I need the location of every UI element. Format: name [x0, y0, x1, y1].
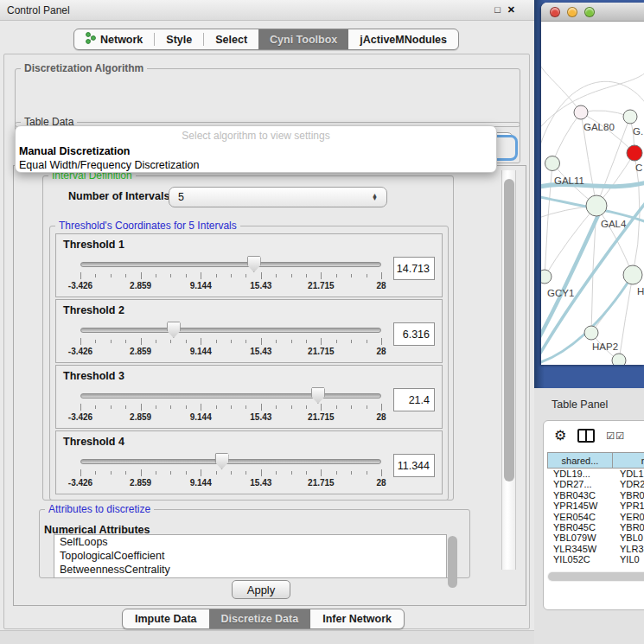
tab-discretize-data[interactable]: Discretize Data	[209, 609, 311, 628]
table-row[interactable]: YPR145WYPR1	[547, 501, 644, 511]
slider-track[interactable]	[80, 328, 381, 333]
apply-button[interactable]: Apply	[232, 580, 290, 599]
float-icon[interactable]: □	[494, 5, 501, 15]
slider-thumb-icon[interactable]	[167, 322, 181, 338]
tick-label: 9.144	[190, 281, 212, 290]
network-canvas[interactable]: GAL80G.CGAL11GAL4GCY1HHAP2	[541, 22, 644, 365]
GAL80-node[interactable]	[574, 105, 588, 119]
tick-label: 2.859	[130, 412, 151, 422]
close-icon[interactable]: ✕	[507, 5, 515, 15]
node-label: HAP2	[592, 341, 618, 352]
tab-cyni-toolbox[interactable]: Cyni Toolbox	[258, 29, 348, 49]
tick-mark	[367, 405, 367, 409]
cell-name: YDR2	[613, 479, 644, 489]
threshold-slider[interactable]: -3.4262.8599.14415.4321.71528	[80, 450, 381, 492]
node-label: GAL80	[583, 122, 615, 132]
red-node[interactable]	[627, 145, 642, 161]
close-traffic-light-icon[interactable]	[550, 7, 560, 17]
table-row[interactable]: YIL052CYIL0	[547, 554, 644, 564]
network-window[interactable]: GAL80G.CGAL11GAL4GCY1HHAP2	[541, 3, 644, 365]
network-edge[interactable]	[545, 206, 596, 277]
threshold-value-field[interactable]: 11.344	[393, 454, 435, 477]
panel-body: Discretization Algorithm Select algorith…	[3, 54, 530, 629]
tick-mark	[141, 338, 142, 345]
column-header-shared[interactable]: shared...	[547, 452, 613, 469]
list-item[interactable]: TopologicalCoefficient	[54, 549, 446, 563]
zoom-traffic-light-icon[interactable]	[584, 7, 595, 17]
dropdown-item[interactable]: Manual Discretization	[16, 144, 496, 158]
slider-thumb-icon[interactable]	[247, 256, 261, 272]
network-edge[interactable]	[541, 56, 581, 112]
list-item[interactable]: BetweennessCentrality	[54, 563, 446, 577]
dropdown-item[interactable]: Equal Width/Frequency Discretization	[16, 158, 496, 172]
GCY1-node[interactable]	[541, 270, 552, 284]
attributes-title: Attributes to discretize	[45, 503, 154, 515]
slider-thumb-icon[interactable]	[215, 453, 229, 469]
minimize-traffic-light-icon[interactable]	[567, 7, 577, 17]
num-intervals-combobox[interactable]: 5 ▲▼	[169, 187, 387, 207]
threshold-value-field[interactable]: 14.713	[393, 257, 435, 280]
threshold-value-field[interactable]: 21.4	[393, 388, 435, 411]
network-edge[interactable]	[552, 112, 581, 163]
network-edge[interactable]	[581, 111, 630, 117]
tab-style[interactable]: Style	[155, 29, 203, 49]
H-node[interactable]	[623, 265, 642, 284]
GAL11-node[interactable]	[545, 156, 560, 171]
tick-label: -3.426	[68, 478, 92, 488]
table-row[interactable]: YBL079WYBL0	[547, 532, 644, 543]
panel-scrollbar[interactable]	[501, 170, 516, 570]
table-row[interactable]: YBR045CYBR0	[547, 522, 644, 532]
threshold-value-field[interactable]: 6.316	[393, 322, 435, 346]
slider-track[interactable]	[80, 459, 381, 464]
numerical-attributes-list[interactable]: SelfLoopsTopologicalCoefficientBetweenne…	[54, 534, 447, 578]
threshold-row: -3.4262.8599.14415.4321.715286.316	[63, 319, 435, 360]
tab-impute-data[interactable]: Impute Data	[123, 609, 209, 628]
tick-mark	[156, 405, 156, 409]
HAP2-node[interactable]	[584, 326, 598, 340]
tick-mark	[367, 471, 367, 475]
table-row[interactable]: YDR27...YDR2	[547, 479, 644, 489]
table-row[interactable]: YBR043CYBR0	[547, 490, 644, 501]
tab-select[interactable]: Select	[204, 29, 258, 49]
tab-infer-network[interactable]: Infer Network	[310, 609, 404, 628]
cell-shared-name: YLR345W	[547, 544, 613, 554]
threshold-slider[interactable]: -3.4262.8599.14415.4321.71528	[80, 319, 381, 360]
slider-tick-labels: -3.4262.8599.14415.4321.71528	[80, 347, 381, 357]
threshold-block: Threshold 3-3.4262.8599.14415.4321.71528…	[55, 365, 443, 429]
checkbox-icons[interactable]: ☑☑	[606, 430, 625, 442]
list-item[interactable]: SelfLoops	[54, 535, 446, 549]
slider-thumb-icon[interactable]	[311, 387, 325, 404]
table-row[interactable]: YLR345WYLR3	[547, 544, 644, 554]
tab-network[interactable]: Network	[74, 29, 154, 49]
threshold-slider[interactable]: -3.4262.8599.14415.4321.71528	[80, 385, 381, 426]
table-row[interactable]: YER054CYER0	[547, 512, 644, 522]
tick-mark	[245, 274, 246, 277]
tab-jactivemnodules[interactable]: jActiveMNodules	[348, 29, 458, 49]
tick-mark	[276, 274, 277, 277]
cell-name: YIL0	[613, 554, 644, 564]
table-row[interactable]: YDL19...YDL1	[547, 469, 644, 479]
attributes-scrollbar[interactable]	[448, 534, 458, 580]
split-columns-icon[interactable]	[577, 429, 595, 443]
gear-icon[interactable]: ⚙	[554, 429, 566, 443]
node-label: GAL4	[601, 219, 627, 229]
table-hscrollbar[interactable]	[547, 571, 644, 582]
slider-track[interactable]	[80, 262, 381, 267]
tick-mark	[80, 338, 81, 345]
tick-mark	[125, 274, 126, 277]
bottom-node[interactable]	[612, 354, 626, 365]
slider-track[interactable]	[80, 393, 381, 399]
tick-mark	[201, 272, 201, 279]
tick-mark	[245, 340, 246, 343]
G-node[interactable]	[623, 110, 637, 124]
tick-label: 15.43	[250, 478, 271, 488]
tick-label: 9.144	[190, 347, 212, 356]
tick-mark	[336, 274, 337, 277]
tick-mark	[291, 340, 292, 343]
column-header-name[interactable]: na	[613, 452, 644, 469]
threshold-slider[interactable]: -3.4262.8599.14415.4321.71528	[80, 253, 381, 295]
tick-mark	[186, 340, 187, 343]
tick-mark	[201, 338, 201, 345]
network-edge[interactable]	[545, 163, 552, 277]
GAL4-node[interactable]	[586, 195, 607, 216]
